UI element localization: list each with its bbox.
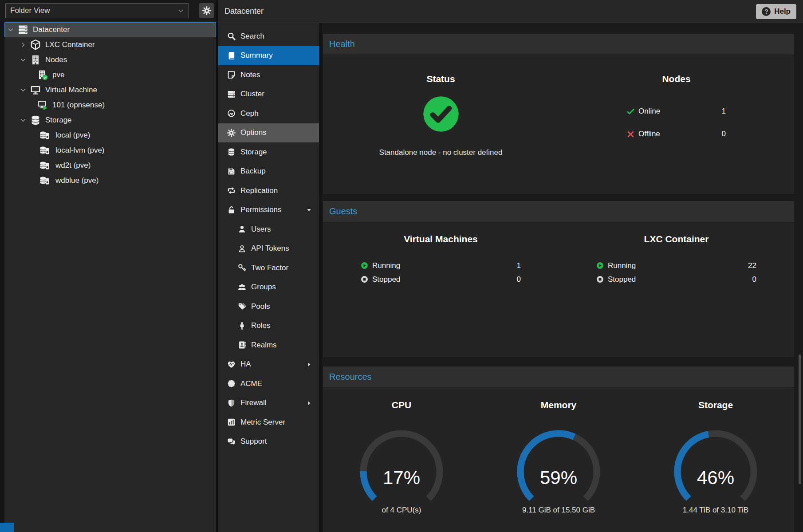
- heartbeat-icon: [227, 360, 236, 369]
- server-icon: [17, 24, 29, 35]
- tree-item-storage[interactable]: Storage: [4, 113, 216, 128]
- nodes-rows: Online 1 Offline 0: [627, 105, 726, 150]
- menu-item-metric-server[interactable]: Metric Server: [218, 413, 319, 432]
- help-button-label: Help: [774, 7, 791, 16]
- tree-item-storage-wd2t[interactable]: wd2t (pve): [4, 158, 216, 173]
- database-drive-icon: [36, 145, 52, 156]
- bottom-left-accent: [0, 523, 14, 532]
- page-title: Datacenter: [224, 0, 264, 22]
- storage-percent: 46%: [667, 467, 764, 489]
- stop-circle-icon: [361, 276, 368, 283]
- tags-icon: [238, 302, 246, 311]
- resources-panel-header: Resources: [323, 366, 794, 388]
- role-icon: [238, 322, 246, 330]
- vm-stopped-label: Stopped: [372, 275, 400, 284]
- tree-item-storage-wdblue[interactable]: wdblue (pve): [4, 173, 216, 188]
- menu-item-storage[interactable]: Storage: [218, 142, 319, 162]
- expander-down-icon[interactable]: [7, 26, 14, 33]
- cpu-heading: CPU: [392, 400, 411, 410]
- tree-item-storage-local[interactable]: local (pve): [4, 128, 216, 143]
- menu-item-support[interactable]: Support: [218, 432, 319, 452]
- menu-item-label: Backup: [240, 167, 266, 176]
- monitor-play-icon: [36, 100, 49, 110]
- menu-item-label: Ceph: [240, 109, 259, 118]
- menu-item-label: Users: [251, 225, 271, 234]
- menu-item-realms[interactable]: Realms: [218, 335, 319, 355]
- nodes-heading: Nodes: [662, 74, 690, 84]
- vm-stopped-row: Stopped 0: [361, 272, 521, 286]
- cube-icon: [29, 39, 42, 50]
- tree-item-storage-local-lvm[interactable]: local-lvm (pve): [4, 143, 216, 158]
- menu-item-acme[interactable]: ACME: [218, 374, 319, 394]
- status-column: Status Standalone node - no cluster defi…: [323, 55, 559, 194]
- tree-item-pve[interactable]: pve: [4, 67, 216, 83]
- comments-icon: [227, 437, 236, 446]
- nodes-offline-row: Offline 0: [627, 127, 726, 141]
- left-gutter: [0, 21, 4, 532]
- storage-gauge-column: Storage 46% 1.44 TiB of 3.10 TiB: [637, 388, 794, 532]
- lxc-heading: LXC Container: [644, 234, 709, 244]
- menu-item-label: Permissions: [240, 205, 282, 214]
- expander-down-icon[interactable]: [20, 56, 27, 63]
- guests-panel: Guests Virtual Machines Running 1: [323, 201, 795, 358]
- view-mode-select[interactable]: Folder View: [5, 3, 189, 18]
- help-button[interactable]: ? Help: [756, 4, 796, 19]
- menu-item-groups[interactable]: Groups: [218, 278, 319, 297]
- menu-item-label: API Tokens: [251, 244, 289, 253]
- cpu-gauge-column: CPU 17% of 4 CPU(s): [323, 388, 480, 532]
- menu-item-ceph[interactable]: Ceph: [218, 104, 319, 123]
- menu-item-search[interactable]: Search: [218, 27, 319, 46]
- tree-item-label: Virtual Machine: [45, 86, 97, 95]
- tree-item-lxc-container[interactable]: LXC Container: [4, 37, 216, 52]
- gear-icon: [227, 129, 236, 137]
- memory-gauge-column: Memory 59% 9.11 GiB of 15.50 GiB: [480, 388, 637, 532]
- tree-item-vm-101[interactable]: 101 (opnsense): [4, 98, 216, 113]
- content-header: Datacenter ? Help: [218, 0, 803, 23]
- menu-item-roles[interactable]: Roles: [218, 316, 319, 336]
- menu-item-label: Two Factor: [251, 264, 288, 272]
- health-panel-body: Status Standalone node - no cluster defi…: [323, 55, 794, 194]
- menu-item-pools[interactable]: Pools: [218, 297, 319, 316]
- menu-item-replication[interactable]: Replication: [218, 181, 319, 201]
- menu-item-two-factor[interactable]: Two Factor: [218, 258, 319, 278]
- lxc-running-label: Running: [608, 261, 636, 270]
- shield-icon: [227, 399, 236, 407]
- storage-heading: Storage: [698, 400, 733, 410]
- menu-item-summary[interactable]: Summary: [218, 46, 319, 66]
- menu-item-label: Summary: [240, 51, 273, 60]
- stop-circle-icon: [596, 276, 604, 283]
- play-circle-icon: [596, 262, 604, 269]
- menu-item-ha[interactable]: HA: [218, 355, 319, 374]
- cpu-gauge: 17%: [353, 427, 450, 505]
- tree-item-nodes[interactable]: Nodes: [4, 52, 216, 67]
- expander-right-icon[interactable]: [20, 41, 27, 48]
- memory-percent: 59%: [510, 467, 607, 489]
- menu-item-label: Pools: [251, 302, 270, 311]
- resources-panel-body: CPU 17% of 4 CPU(s) Memory: [323, 388, 794, 532]
- expander-down-icon[interactable]: [20, 117, 27, 124]
- note-icon: [227, 71, 236, 79]
- tree-item-label: 101 (opnsense): [52, 101, 105, 110]
- menu-item-options[interactable]: Options: [218, 123, 319, 143]
- menu-item-label: Storage: [240, 148, 267, 157]
- menu-item-backup[interactable]: Backup: [218, 162, 319, 181]
- menu-item-cluster[interactable]: Cluster: [218, 85, 319, 104]
- menu-item-notes[interactable]: Notes: [218, 65, 319, 85]
- menu-item-label: Realms: [251, 341, 277, 350]
- tree-item-label: pve: [52, 71, 64, 79]
- vm-running-value: 1: [517, 261, 521, 270]
- tree-item-datacenter[interactable]: Datacenter: [4, 22, 216, 37]
- menu-item-permissions[interactable]: Permissions: [218, 201, 319, 220]
- menu-item-users[interactable]: Users: [218, 220, 319, 239]
- user-icon: [238, 225, 246, 233]
- menu-item-api-tokens[interactable]: API Tokens: [218, 239, 319, 259]
- caret-right-icon: [306, 400, 312, 406]
- vertical-scrollbar-thumb[interactable]: [799, 355, 801, 484]
- tree-item-virtual-machine[interactable]: Virtual Machine: [4, 83, 216, 98]
- menu-item-firewall[interactable]: Firewall: [218, 394, 319, 413]
- database-icon: [227, 148, 236, 156]
- vm-stopped-value: 0: [517, 275, 521, 284]
- expander-down-icon[interactable]: [20, 87, 27, 94]
- tree-settings-button[interactable]: [199, 3, 214, 18]
- menu-item-label: Groups: [251, 283, 276, 292]
